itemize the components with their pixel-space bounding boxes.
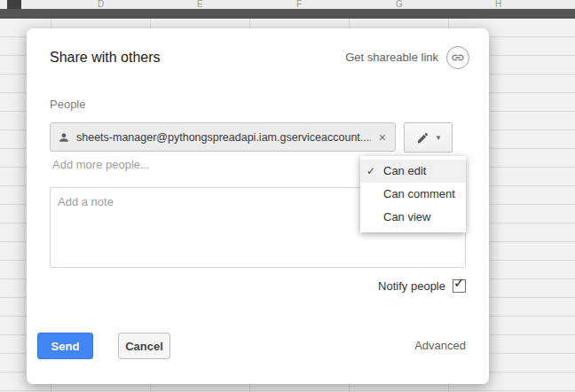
screen: D E F G H Share with others Get shareabl… [0,0,575,392]
add-people-input[interactable] [51,157,320,172]
menu-item-label: Can comment [383,187,455,200]
column-header: H [495,0,501,9]
column-header-row: D E F G H [0,0,575,9]
check-icon: ✓ [366,160,375,183]
recipient-chip: sheets-manager@pythongspreadapi.iam.gser… [50,122,396,152]
permission-dropdown-button[interactable]: ▾ [404,122,453,153]
chevron-down-icon: ▾ [437,133,441,142]
remove-recipient-button[interactable]: × [377,130,388,145]
dialog-title: Share with others [50,50,161,66]
notify-people-row: Notify people ✓ [378,279,466,293]
notify-people-label: Notify people [378,279,445,293]
column-header: G [396,0,403,9]
permission-menu: ✓ Can edit Can comment Can view [360,156,466,232]
column-header: D [98,0,104,9]
column-header: F [296,0,302,9]
menu-item-can-comment[interactable]: Can comment [360,183,466,206]
get-shareable-link-button[interactable]: Get shareable link [345,46,469,69]
checkmark-icon: ✓ [453,275,465,291]
advanced-link[interactable]: Advanced [414,339,466,352]
menu-item-label: Can edit [383,164,426,177]
notify-people-checkbox[interactable]: ✓ [453,279,466,293]
send-button[interactable]: Send [37,333,93,359]
menu-item-can-edit[interactable]: ✓ Can edit [360,160,466,183]
share-dialog: Share with others Get shareable link Peo… [27,28,489,384]
menu-item-label: Can view [383,210,430,223]
person-icon [58,131,70,144]
column-header: E [197,0,203,9]
link-icon [446,46,469,69]
get-shareable-link-label: Get shareable link [345,46,438,69]
toolbar-fragment [7,0,21,9]
dimmed-toolbar [0,9,575,19]
recipient-email: sheets-manager@pythongspreadapi.iam.gser… [76,131,371,144]
people-label: People [50,98,85,111]
pencil-icon [416,131,429,145]
menu-item-can-view[interactable]: Can view [360,206,466,229]
cancel-button[interactable]: Cancel [118,333,170,359]
